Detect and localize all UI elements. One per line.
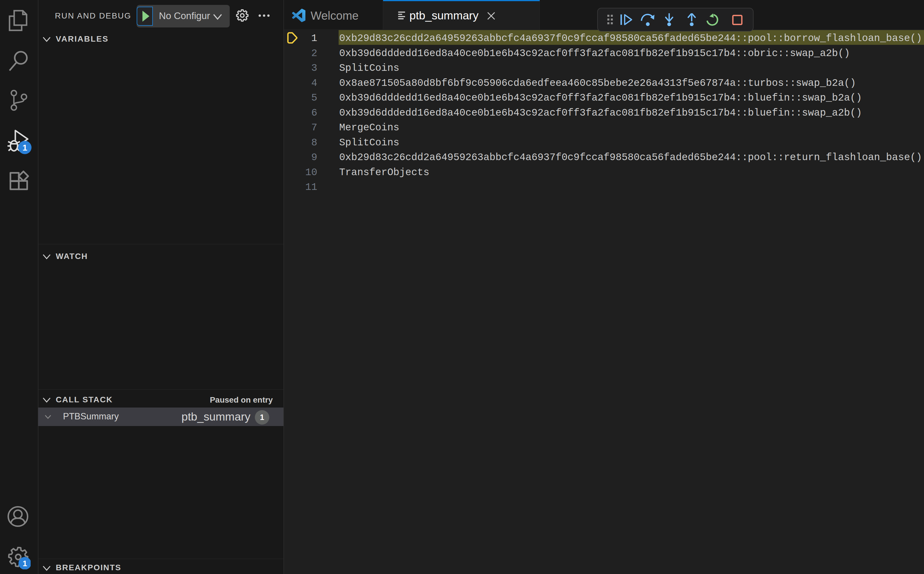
svg-text:1: 1 xyxy=(22,143,27,152)
svg-text:1: 1 xyxy=(22,559,27,568)
